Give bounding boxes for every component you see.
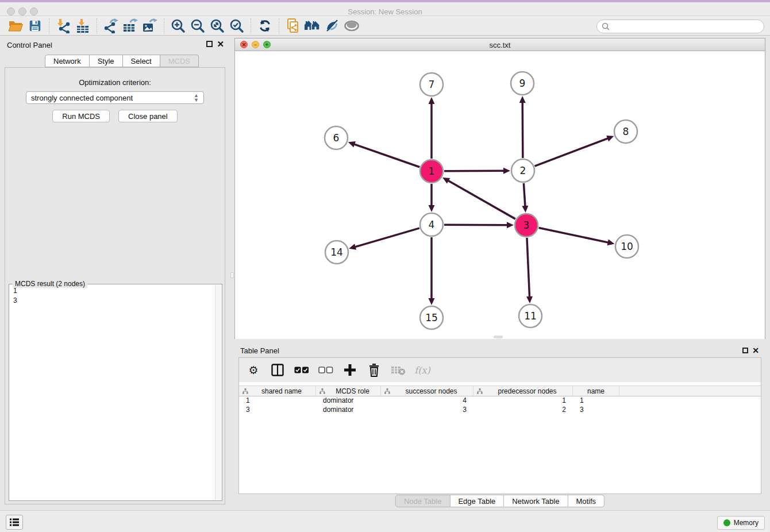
cell-name[interactable]: 1 — [573, 396, 619, 406]
column-header-shared-name[interactable]: shared name — [239, 386, 316, 396]
edge-4-3[interactable] — [444, 222, 514, 228]
canvas-scrollbar-thumb[interactable] — [494, 336, 503, 338]
memory-button[interactable]: Memory — [717, 516, 765, 530]
zoom-out-button[interactable] — [188, 18, 207, 34]
tab-mcds[interactable]: MCDS — [160, 55, 199, 67]
edge-2-9[interactable] — [519, 96, 526, 158]
clone-network-button[interactable] — [283, 18, 303, 34]
open-session-button[interactable] — [6, 18, 25, 34]
table-body[interactable]: 1dominator4113dominator323 — [239, 396, 761, 415]
visual-properties-button[interactable] — [322, 18, 342, 34]
edge-4-14[interactable] — [349, 228, 419, 250]
export-image-button[interactable] — [140, 18, 160, 34]
float-panel-icon[interactable] — [206, 41, 213, 47]
cell-shared-name[interactable]: 1 — [239, 396, 316, 406]
tab-select[interactable]: Select — [123, 55, 160, 67]
table-panel: Table Panel ✕ ⚙ f(x) shared nameMCDS rol… — [234, 344, 765, 510]
export-table-button[interactable] — [121, 18, 140, 34]
run-mcds-button[interactable]: Run MCDS — [52, 110, 110, 122]
column-header-name[interactable]: name — [573, 386, 619, 396]
add-column-button[interactable] — [342, 363, 357, 377]
column-header-successor-nodes[interactable]: successor nodes — [381, 386, 473, 396]
network-canvas[interactable]: 7968124314101511 — [235, 51, 765, 339]
edge-2-3[interactable] — [522, 183, 528, 213]
result-scrollbar[interactable] — [215, 285, 221, 500]
close-table-panel-icon[interactable]: ✕ — [752, 346, 759, 355]
main-titlebar[interactable]: Session: New Session — [0, 2, 770, 16]
edge-2-8[interactable] — [535, 136, 614, 166]
select-spinner-icon: ▲▼ — [194, 93, 199, 102]
cell-successor-nodes[interactable]: 4 — [381, 396, 473, 406]
delete-column-button[interactable] — [367, 363, 382, 377]
graph-node-2[interactable]: 2 — [511, 159, 534, 182]
toggle-column-view-button[interactable] — [270, 363, 285, 377]
deselect-all-button[interactable] — [318, 363, 333, 377]
mcds-result-list[interactable]: 13 — [9, 286, 222, 306]
cell-MCDS-role[interactable]: dominator — [316, 406, 381, 415]
table-row[interactable]: 1dominator411 — [239, 396, 761, 406]
cell-shared-name[interactable]: 3 — [239, 406, 316, 415]
save-session-button[interactable] — [25, 18, 45, 34]
svg-text:9: 9 — [519, 78, 526, 89]
graph-node-1[interactable]: 1 — [420, 160, 443, 183]
edge-1-6[interactable] — [348, 141, 419, 167]
tab-edge-table[interactable]: Edge Table — [450, 495, 504, 507]
cell-name[interactable]: 3 — [573, 406, 619, 415]
graph-node-4[interactable]: 4 — [420, 213, 443, 236]
graph-node-9[interactable]: 9 — [511, 72, 534, 95]
graph-node-14[interactable]: 14 — [325, 241, 348, 264]
close-panel-icon[interactable]: ✕ — [217, 39, 224, 49]
show-task-history-button[interactable] — [6, 515, 23, 530]
zoom-fit-button[interactable] — [207, 18, 227, 34]
network-window-titlebar[interactable]: ✕ − + scc.txt — [235, 38, 765, 51]
close-panel-button[interactable]: Close panel — [118, 110, 178, 122]
edge-3-1[interactable] — [442, 178, 515, 219]
graph-node-7[interactable]: 7 — [420, 73, 443, 96]
edge-3-10[interactable] — [539, 228, 615, 246]
tab-style[interactable]: Style — [90, 55, 123, 67]
zoom-selected-button[interactable] — [227, 18, 247, 34]
edge-1-7[interactable] — [429, 97, 435, 159]
tab-network[interactable]: Network — [45, 55, 90, 67]
float-table-panel-icon[interactable] — [742, 348, 748, 353]
zoom-in-button[interactable] — [168, 18, 188, 34]
cell-MCDS-role[interactable]: dominator — [316, 396, 381, 406]
table-settings-button[interactable]: ⚙ — [246, 363, 261, 377]
graph-node-11[interactable]: 11 — [519, 304, 542, 327]
select-all-button[interactable] — [294, 363, 309, 377]
import-table-button[interactable] — [73, 18, 93, 34]
criterion-select[interactable]: strongly connected component ▲▼ — [26, 91, 204, 104]
tab-motifs[interactable]: Motifs — [568, 495, 605, 507]
table-row[interactable]: 3dominator323 — [239, 406, 761, 415]
export-network-button[interactable] — [101, 18, 121, 34]
network-graph[interactable]: 7968124314101511 — [235, 51, 765, 339]
cell-predecessor-nodes[interactable]: 2 — [473, 406, 573, 415]
graph-node-6[interactable]: 6 — [325, 126, 348, 149]
birds-eye-view-button[interactable] — [342, 18, 361, 34]
refresh-button[interactable] — [255, 18, 275, 34]
import-network-button[interactable] — [53, 18, 73, 34]
column-header-predecessor-nodes[interactable]: predecessor nodes — [473, 386, 573, 396]
search-input[interactable] — [596, 20, 764, 33]
function-builder-button[interactable]: f(x) — [415, 363, 430, 377]
graph-node-10[interactable]: 10 — [615, 235, 638, 258]
divider-grip[interactable] — [230, 272, 234, 278]
cell-predecessor-nodes[interactable]: 1 — [473, 396, 573, 406]
graph-node-15[interactable]: 15 — [420, 306, 443, 329]
delete-table-button[interactable] — [391, 363, 406, 377]
tab-node-table[interactable]: Node Table — [395, 495, 451, 507]
network-overview-button[interactable] — [303, 18, 322, 34]
edge-4-15[interactable] — [429, 237, 435, 305]
cell-successor-nodes[interactable]: 3 — [381, 406, 473, 415]
edge-1-2[interactable] — [444, 168, 510, 174]
split-pane-divider[interactable] — [230, 36, 234, 510]
column-label: shared name — [251, 387, 312, 395]
table-header-row[interactable]: shared nameMCDS rolesuccessor nodesprede… — [239, 385, 761, 396]
edge-1-4[interactable] — [429, 184, 435, 212]
column-header-MCDS-role[interactable]: MCDS role — [316, 386, 381, 396]
node-table[interactable]: shared nameMCDS rolesuccessor nodesprede… — [239, 385, 761, 415]
edge-3-11[interactable] — [526, 238, 533, 303]
graph-node-3[interactable]: 3 — [515, 214, 538, 237]
tab-network-table[interactable]: Network Table — [504, 495, 568, 507]
graph-node-8[interactable]: 8 — [614, 120, 637, 143]
